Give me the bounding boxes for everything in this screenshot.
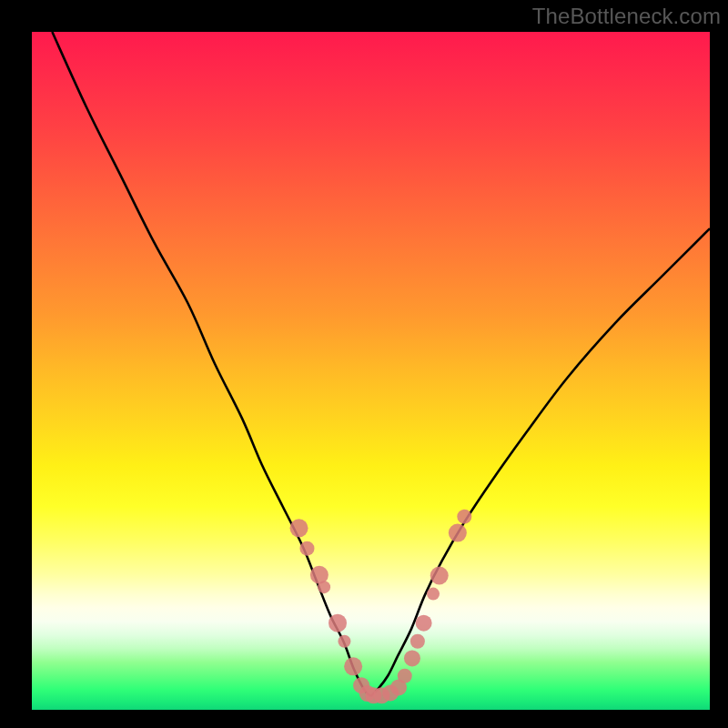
- curve-left: [52, 32, 370, 696]
- data-dot: [398, 669, 412, 683]
- data-dot: [318, 581, 330, 593]
- data-dot: [338, 635, 350, 648]
- data-dots: [290, 510, 472, 704]
- data-dot: [404, 650, 420, 666]
- data-dot: [449, 524, 467, 542]
- data-dot: [344, 657, 362, 675]
- data-dot: [299, 541, 314, 556]
- data-dot: [430, 566, 449, 584]
- watermark-text: TheBottleneck.com: [532, 4, 721, 29]
- plot-area: [32, 32, 710, 710]
- data-dot: [290, 519, 308, 537]
- data-dot: [416, 615, 432, 632]
- outer-frame: TheBottleneck.com: [0, 0, 728, 728]
- data-dot: [427, 588, 440, 601]
- data-dot: [410, 634, 425, 649]
- data-dot: [329, 614, 347, 632]
- data-dot: [457, 510, 471, 524]
- chart-svg: [32, 32, 710, 710]
